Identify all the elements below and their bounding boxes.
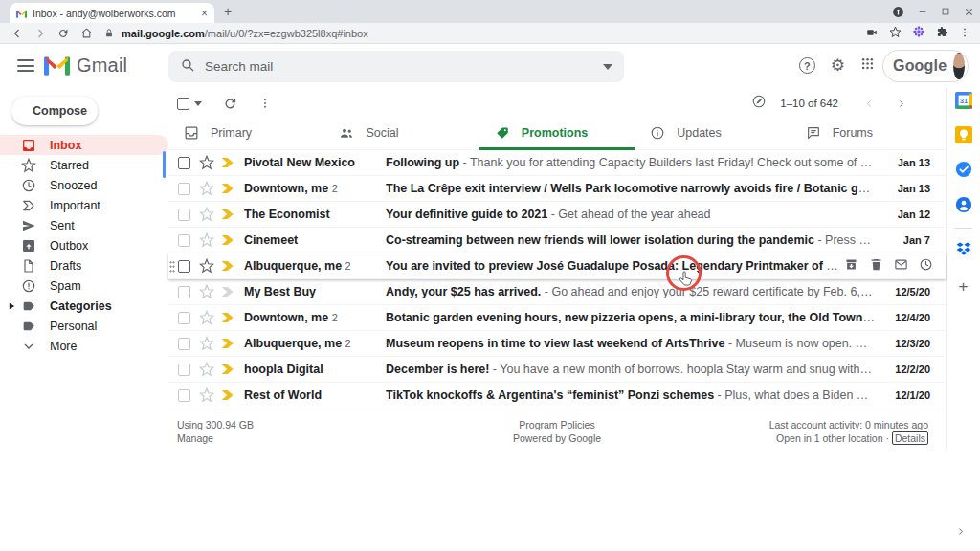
minimize-icon[interactable] <box>918 7 927 16</box>
select-options-icon[interactable] <box>194 101 202 106</box>
mail-row-3[interactable]: The EconomistYour definitive guide to 20… <box>168 202 946 228</box>
refresh-icon[interactable] <box>223 97 237 111</box>
sidebar-item-spam[interactable]: Spam <box>0 276 168 296</box>
snooze-icon[interactable] <box>919 257 933 276</box>
mail-row-6[interactable]: My Best BuyAndy, your $25 has arrived. -… <box>168 279 946 305</box>
importance-marker-icon[interactable] <box>220 363 236 376</box>
importance-marker-icon[interactable] <box>220 208 236 221</box>
sidebar-item-categories[interactable]: Categories <box>0 296 168 316</box>
more-options-icon[interactable] <box>258 97 272 110</box>
extensions-puzzle-icon[interactable] <box>936 25 948 42</box>
tab-close-icon[interactable]: × <box>201 8 208 19</box>
importance-marker-icon[interactable] <box>220 156 236 169</box>
star-icon[interactable] <box>199 258 214 274</box>
keep-icon[interactable] <box>947 126 980 143</box>
row-checkbox[interactable] <box>178 209 190 221</box>
bookmark-star-icon[interactable] <box>889 25 902 42</box>
hide-side-panel-icon[interactable] <box>956 525 965 538</box>
row-checkbox[interactable] <box>178 312 190 324</box>
row-checkbox[interactable] <box>178 338 190 350</box>
row-checkbox[interactable] <box>178 389 190 402</box>
importance-marker-icon[interactable] <box>220 311 236 324</box>
avatar[interactable] <box>953 53 965 79</box>
row-checkbox[interactable] <box>178 183 190 195</box>
star-icon[interactable] <box>199 336 214 351</box>
importance-marker-icon[interactable] <box>220 337 236 350</box>
importance-marker-icon[interactable] <box>220 388 236 402</box>
star-icon[interactable] <box>199 387 214 403</box>
gmail-logo[interactable]: Gmail <box>44 55 127 77</box>
compose-button[interactable]: Compose <box>11 97 98 125</box>
mail-row-10[interactable]: Rest of WorldTikTok knockoffs & Argentin… <box>168 383 946 408</box>
importance-marker-icon[interactable] <box>220 233 236 247</box>
settings-gear-icon[interactable]: ⚙ <box>831 55 845 76</box>
browser-tab[interactable]: Inbox - andy@wolberworks.com × <box>10 3 214 23</box>
sidebar-item-important[interactable]: Important <box>0 195 168 215</box>
details-link[interactable]: Details <box>892 431 928 445</box>
calendar-icon[interactable]: 31 <box>947 92 980 109</box>
row-checkbox[interactable] <box>178 157 190 169</box>
close-icon[interactable] <box>964 7 974 17</box>
tab-social[interactable]: Social <box>323 119 479 150</box>
media-controls-icon[interactable] <box>865 25 879 42</box>
expand-arrow-icon[interactable] <box>9 302 15 310</box>
sidebar-item-starred[interactable]: Starred <box>0 155 168 175</box>
sidebar-item-drafts[interactable]: Drafts <box>0 255 168 276</box>
star-icon[interactable] <box>199 362 214 377</box>
padlock-icon[interactable] <box>104 28 114 38</box>
mail-row-5[interactable]: Albuquerque, me 2You are invited to prev… <box>168 253 946 279</box>
select-all-checkbox[interactable] <box>177 98 189 110</box>
importance-marker-icon[interactable] <box>220 259 236 273</box>
record-indicator-icon[interactable] <box>892 6 904 18</box>
older-page-icon[interactable] <box>885 98 917 110</box>
mail-row-9[interactable]: hoopla DigitalDecember is here! - You ha… <box>168 357 946 383</box>
drag-handle-icon[interactable] <box>169 260 175 273</box>
row-checkbox[interactable] <box>178 260 190 273</box>
browser-menu-icon[interactable] <box>959 25 970 42</box>
star-icon[interactable] <box>199 181 214 196</box>
forward-icon[interactable] <box>34 28 46 39</box>
star-icon[interactable] <box>199 207 214 222</box>
contacts-icon[interactable] <box>947 196 980 213</box>
mail-row-8[interactable]: Albuquerque, me 2Museum reopens in time … <box>168 331 946 357</box>
importance-marker-icon[interactable] <box>220 285 236 298</box>
tasks-icon[interactable] <box>947 161 980 178</box>
importance-marker-icon[interactable] <box>220 182 236 195</box>
row-checkbox[interactable] <box>178 364 190 376</box>
star-icon[interactable] <box>199 284 214 299</box>
mail-row-1[interactable]: Pivotal New MexicoFollowing up - Thank y… <box>168 150 946 176</box>
list-scrollbar[interactable] <box>163 151 166 178</box>
sidebar-item-outbox[interactable]: Outbox <box>0 235 168 255</box>
tab-updates[interactable]: Updates <box>635 119 790 150</box>
row-checkbox[interactable] <box>178 234 190 247</box>
sidebar-item-sent[interactable]: Sent <box>0 215 168 235</box>
sidebar-item-snoozed[interactable]: Snoozed <box>0 175 168 195</box>
search-bar[interactable] <box>168 51 624 82</box>
back-icon[interactable] <box>11 28 23 39</box>
newer-page-icon[interactable] <box>854 98 885 110</box>
delete-icon[interactable] <box>869 257 883 276</box>
search-input[interactable] <box>205 59 593 74</box>
star-icon[interactable] <box>199 310 214 325</box>
mail-row-2[interactable]: Downtown, me 2The La Crêpe exit intervie… <box>168 176 946 202</box>
archive-icon[interactable] <box>844 257 858 276</box>
search-options-icon[interactable] <box>603 64 612 70</box>
sidebar-item-personal[interactable]: Personal <box>0 316 168 336</box>
url-text[interactable]: mail.google.com/mail/u/0/?zx=ezgwb325l8x… <box>122 28 368 39</box>
tab-forums[interactable]: Forums <box>791 119 946 150</box>
search-icon[interactable] <box>180 57 195 77</box>
row-checkbox[interactable] <box>178 286 190 298</box>
tab-primary[interactable]: Primary <box>168 119 323 150</box>
mail-row-7[interactable]: Downtown, me 2Botanic garden evening hou… <box>168 305 946 331</box>
extension-flower-icon[interactable] <box>912 25 925 42</box>
mail-row-4[interactable]: CinemeetCo-streaming between new friends… <box>168 228 946 253</box>
input-tools-icon[interactable] <box>751 94 767 113</box>
dropbox-icon[interactable] <box>947 241 980 258</box>
home-icon[interactable] <box>80 27 93 39</box>
google-account-pill[interactable]: Google <box>882 50 969 82</box>
restore-icon[interactable] <box>941 7 950 16</box>
help-icon[interactable]: ? <box>799 57 815 74</box>
tab-promotions[interactable]: Promotions <box>479 119 635 150</box>
apps-grid-icon[interactable] <box>860 56 875 75</box>
reload-icon[interactable] <box>57 28 69 39</box>
